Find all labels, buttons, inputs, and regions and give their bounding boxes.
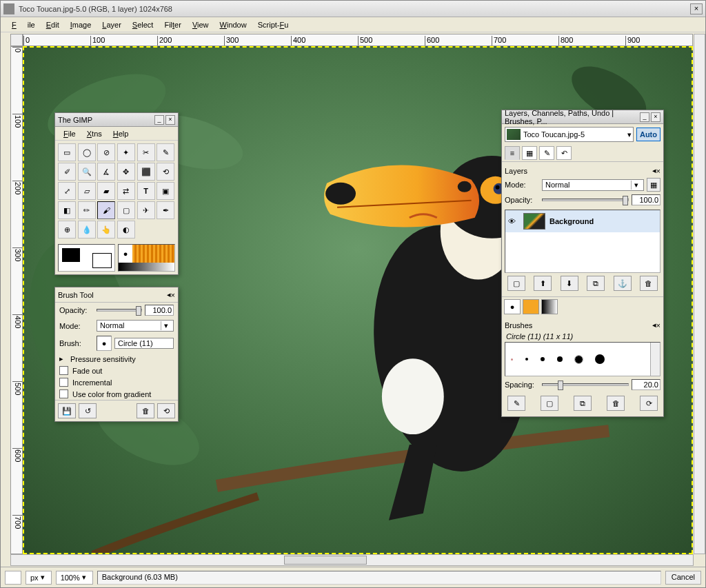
layers-titlebar[interactable]: Layers, Channels, Paths, Undo | Brushes,…: [502, 110, 663, 124]
toolbox-titlebar[interactable]: The GIMP _ ×: [55, 113, 178, 127]
close-icon[interactable]: ×: [651, 112, 660, 122]
scrollbar-horizontal[interactable]: [10, 554, 694, 566]
layer-name[interactable]: Background: [549, 217, 594, 225]
menu-scriptfu[interactable]: Script-Fu: [252, 19, 294, 31]
duplicate-layer-button[interactable]: ⧉: [587, 276, 605, 291]
titlebar[interactable]: Toco Toucan.jpg-5.0 (RGB, 1 layer) 1024x…: [1, 1, 705, 17]
tool-clone[interactable]: ⊕: [58, 221, 76, 239]
scrollbar-vertical[interactable]: [694, 34, 705, 554]
brush-select[interactable]: Circle (11): [114, 338, 174, 349]
minimize-icon[interactable]: _: [640, 112, 649, 122]
brush-item[interactable]: [595, 354, 605, 364]
tool-bucket[interactable]: ▣: [157, 182, 174, 200]
brush-item[interactable]: [541, 357, 545, 361]
tab-paths[interactable]: ✎: [539, 146, 554, 160]
opacity-slider[interactable]: [97, 309, 142, 312]
restore-options-button[interactable]: ↺: [79, 403, 97, 418]
brush-item[interactable]: [511, 358, 513, 361]
menu-view[interactable]: View: [187, 19, 214, 31]
status-icon[interactable]: [5, 571, 21, 585]
anchor-layer-button[interactable]: ⚓: [614, 276, 632, 291]
menu-filter[interactable]: Filter: [159, 19, 186, 31]
duplicate-brush-button[interactable]: ⧉: [574, 396, 592, 411]
refresh-brush-button[interactable]: ⟳: [640, 396, 658, 411]
toolbox-panel[interactable]: The GIMP _ × File Xtns Help ▭ ◯ ⊘ ✦ ✂ ✎ …: [54, 112, 179, 275]
tool-blend[interactable]: ◧: [58, 201, 76, 219]
ruler-vertical[interactable]: 0100200300400500600700: [10, 46, 23, 554]
spacing-value[interactable]: [632, 379, 660, 390]
raise-layer-button[interactable]: ⬆: [534, 276, 552, 291]
brush-scrollbar[interactable]: [650, 343, 660, 376]
menu-image[interactable]: Image: [65, 19, 97, 31]
brush-item[interactable]: [557, 356, 563, 362]
tool-pencil[interactable]: ✏: [78, 201, 96, 219]
delete-brush-button[interactable]: 🗑: [607, 396, 625, 411]
layer-opacity-value[interactable]: [632, 194, 660, 205]
fadeout-checkbox[interactable]: [59, 366, 68, 375]
ruler-horizontal[interactable]: 01002003004005006007008009001000: [23, 34, 693, 46]
incremental-checkbox[interactable]: [59, 378, 68, 387]
layer-mode-select[interactable]: Normal▾: [542, 179, 644, 191]
brush-pattern-gradient[interactable]: [118, 244, 175, 272]
tool-dodge[interactable]: ◐: [117, 221, 135, 239]
tool-move[interactable]: ✥: [117, 163, 135, 181]
tool-zoom[interactable]: 🔍: [78, 163, 96, 181]
tool-crop[interactable]: ⬛: [137, 163, 155, 181]
layer-thumbnail[interactable]: [523, 213, 545, 230]
tab-brushes[interactable]: ●: [504, 299, 521, 314]
tab-patterns[interactable]: [523, 299, 539, 314]
menu-file[interactable]: File: [6, 19, 41, 31]
close-icon[interactable]: ×: [656, 321, 660, 330]
usecolor-checkbox[interactable]: [59, 389, 68, 398]
image-selector[interactable]: Toco Toucan.jpg-5 ▾: [505, 127, 634, 142]
tool-text[interactable]: T: [137, 182, 155, 200]
pressure-label[interactable]: Pressure sensitivity: [70, 355, 136, 363]
zoom-selector[interactable]: 100%▾: [56, 571, 93, 585]
brush-item[interactable]: [525, 358, 528, 361]
toolbox-menu-xtns[interactable]: Xtns: [81, 128, 108, 140]
menu-edit[interactable]: Edit: [41, 19, 65, 31]
scrollbar-thumb[interactable]: [284, 556, 367, 565]
tool-scissors[interactable]: ✂: [137, 143, 155, 161]
tool-options-panel[interactable]: Brush Tool ◂ × Opacity: Mode: Normal▾ Br…: [54, 287, 179, 422]
menu-window[interactable]: Window: [214, 19, 252, 31]
tab-layers[interactable]: ≡: [505, 146, 520, 160]
tool-paintbrush[interactable]: 🖌: [97, 201, 115, 219]
foreground-color[interactable]: [61, 247, 81, 263]
tool-scale[interactable]: ⤢: [58, 182, 76, 200]
tab-undo[interactable]: ↶: [556, 146, 572, 160]
tool-rotate[interactable]: ⟲: [157, 163, 174, 181]
brush-item-selected[interactable]: [575, 356, 583, 363]
toolbox-menu-file[interactable]: File: [58, 128, 81, 140]
background-color[interactable]: [92, 253, 112, 268]
tool-eraser[interactable]: ▢: [117, 201, 135, 219]
opacity-value[interactable]: [145, 305, 174, 316]
tool-blur[interactable]: 💧: [78, 221, 96, 239]
brush-grid[interactable]: [505, 342, 660, 376]
ruler-corner[interactable]: [10, 34, 23, 46]
tool-ellipse-select[interactable]: ◯: [78, 143, 96, 161]
minimize-icon[interactable]: _: [154, 115, 164, 125]
edit-brush-button[interactable]: ✎: [507, 396, 525, 411]
tool-fuzzy-select[interactable]: ✦: [117, 143, 135, 161]
tab-channels[interactable]: ▦: [522, 146, 537, 160]
tool-airbrush[interactable]: ✈: [137, 201, 155, 219]
tool-measure[interactable]: ∡: [97, 163, 115, 181]
lower-layer-button[interactable]: ⬇: [561, 276, 578, 291]
tool-lasso[interactable]: ⊘: [97, 143, 115, 161]
layers-panel[interactable]: Layers, Channels, Paths, Undo | Brushes,…: [501, 110, 664, 417]
close-icon[interactable]: ×: [656, 167, 660, 175]
unit-selector[interactable]: px▾: [26, 571, 52, 585]
new-brush-button[interactable]: ▢: [541, 396, 558, 411]
new-layer-button[interactable]: ▢: [507, 276, 525, 291]
cancel-button[interactable]: Cancel: [665, 571, 701, 585]
tool-paths[interactable]: ✎: [157, 143, 174, 161]
tool-color-picker[interactable]: ✐: [58, 163, 76, 181]
menu-layer[interactable]: Layer: [97, 19, 127, 31]
close-icon[interactable]: ×: [690, 3, 703, 14]
eye-icon[interactable]: 👁: [508, 217, 519, 225]
menu-select[interactable]: Select: [127, 19, 159, 31]
toolbox-menu-help[interactable]: Help: [108, 128, 134, 140]
auto-button[interactable]: Auto: [636, 128, 660, 141]
layer-row[interactable]: 👁 Background: [505, 210, 660, 232]
